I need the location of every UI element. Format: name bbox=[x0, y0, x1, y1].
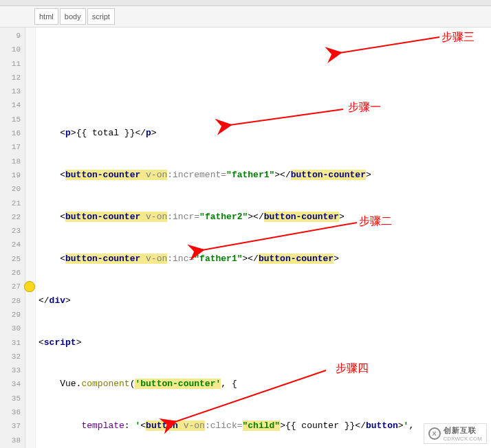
breadcrumb-item-script[interactable]: script bbox=[87, 8, 115, 25]
code-line: <button-counter v-on:incr="father2"></bu… bbox=[39, 210, 491, 224]
title-bar-fragment bbox=[0, 0, 491, 6]
watermark-text: 创新互联 bbox=[444, 425, 482, 436]
breadcrumb-item-body[interactable]: body bbox=[60, 8, 86, 25]
line-number-gutter: 9101112131415161718192021222324252627282… bbox=[0, 27, 25, 448]
watermark-logo-icon: X bbox=[428, 427, 441, 440]
annotation-step3: 步骤三 bbox=[441, 30, 474, 45]
code-line: <button-counter v-on:increment="father1"… bbox=[39, 168, 491, 182]
breadcrumb-item-html[interactable]: html bbox=[34, 8, 58, 25]
code-editor[interactable]: 9101112131415161718192021222324252627282… bbox=[0, 27, 491, 448]
code-line: Vue.component('button-counter', { bbox=[39, 377, 491, 391]
code-line bbox=[39, 85, 491, 98]
watermark-subtext: CDXWCX.COM bbox=[444, 436, 482, 442]
code-area[interactable]: <p>{{ total }}</p> <button-counter v-on:… bbox=[36, 27, 491, 448]
annotation-step1: 步骤一 bbox=[348, 100, 381, 115]
code-line: </div> bbox=[39, 294, 491, 308]
annotation-step2: 步骤二 bbox=[359, 214, 392, 229]
code-line: <p>{{ total }}</p> bbox=[39, 126, 491, 140]
intention-bulb-icon[interactable] bbox=[24, 281, 35, 292]
code-line: <button-counter v-on:inc="father1"></but… bbox=[39, 252, 491, 266]
code-line: <script> bbox=[39, 336, 491, 350]
fold-gutter bbox=[25, 27, 36, 448]
annotation-step4: 步骤四 bbox=[336, 361, 369, 376]
watermark: X 创新互联 CDXWCX.COM bbox=[424, 423, 487, 444]
breadcrumb-bar: html body script bbox=[0, 6, 491, 27]
